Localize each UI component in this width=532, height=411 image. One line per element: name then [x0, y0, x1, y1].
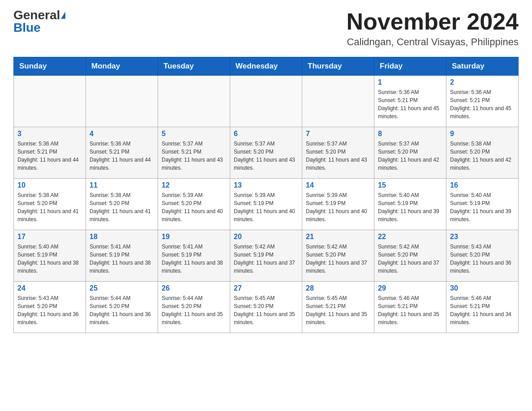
day-number: 20	[234, 233, 298, 241]
calendar-header-row: SundayMondayTuesdayWednesdayThursdayFrid…	[14, 57, 519, 76]
day-number: 9	[450, 130, 515, 138]
day-number: 7	[306, 130, 370, 138]
calendar-cell: 15Sunrise: 5:40 AM Sunset: 5:19 PM Dayli…	[374, 179, 446, 230]
day-info: Sunrise: 5:44 AM Sunset: 5:20 PM Dayligh…	[162, 294, 226, 326]
calendar-cell: 26Sunrise: 5:44 AM Sunset: 5:20 PM Dayli…	[158, 282, 230, 333]
day-number: 13	[234, 181, 298, 189]
day-info: Sunrise: 5:36 AM Sunset: 5:21 PM Dayligh…	[450, 88, 515, 120]
day-info: Sunrise: 5:42 AM Sunset: 5:20 PM Dayligh…	[306, 243, 370, 275]
day-number: 16	[450, 181, 515, 189]
day-info: Sunrise: 5:37 AM Sunset: 5:20 PM Dayligh…	[378, 140, 442, 172]
calendar-cell: 30Sunrise: 5:46 AM Sunset: 5:21 PM Dayli…	[446, 282, 519, 333]
calendar-cell: 17Sunrise: 5:40 AM Sunset: 5:19 PM Dayli…	[14, 230, 86, 282]
calendar-cell: 5Sunrise: 5:37 AM Sunset: 5:21 PM Daylig…	[158, 127, 230, 179]
calendar-cell	[86, 76, 158, 127]
calendar-week-row: 3Sunrise: 5:36 AM Sunset: 5:21 PM Daylig…	[14, 127, 519, 179]
calendar-cell	[230, 76, 302, 127]
weekday-header-thursday: Thursday	[302, 57, 374, 76]
day-number: 24	[17, 284, 82, 292]
day-number: 12	[162, 181, 226, 189]
day-number: 21	[306, 233, 370, 241]
calendar-cell: 3Sunrise: 5:36 AM Sunset: 5:21 PM Daylig…	[14, 127, 86, 179]
day-info: Sunrise: 5:40 AM Sunset: 5:19 PM Dayligh…	[17, 243, 82, 275]
logo-blue-text: Blue	[13, 21, 41, 34]
day-number: 15	[378, 181, 442, 189]
calendar-cell: 11Sunrise: 5:38 AM Sunset: 5:20 PM Dayli…	[86, 179, 158, 230]
day-number: 5	[162, 130, 226, 138]
day-info: Sunrise: 5:39 AM Sunset: 5:19 PM Dayligh…	[234, 191, 298, 223]
weekday-header-friday: Friday	[374, 57, 446, 76]
day-number: 6	[234, 130, 298, 138]
day-info: Sunrise: 5:38 AM Sunset: 5:20 PM Dayligh…	[450, 140, 515, 172]
day-info: Sunrise: 5:40 AM Sunset: 5:19 PM Dayligh…	[378, 191, 442, 223]
day-number: 2	[450, 78, 515, 86]
calendar-cell: 12Sunrise: 5:39 AM Sunset: 5:20 PM Dayli…	[158, 179, 230, 230]
day-number: 8	[378, 130, 442, 138]
day-info: Sunrise: 5:42 AM Sunset: 5:20 PM Dayligh…	[378, 243, 442, 275]
calendar-cell	[302, 76, 374, 127]
logo-general-text: General	[13, 9, 60, 21]
weekday-header-tuesday: Tuesday	[158, 57, 230, 76]
location-text: Calidngan, Central Visayas, Philippines	[347, 36, 519, 48]
calendar-cell: 19Sunrise: 5:41 AM Sunset: 5:19 PM Dayli…	[158, 230, 230, 282]
day-info: Sunrise: 5:46 AM Sunset: 5:21 PM Dayligh…	[450, 294, 515, 326]
calendar-week-row: 1Sunrise: 5:36 AM Sunset: 5:21 PM Daylig…	[14, 76, 519, 127]
day-number: 22	[378, 233, 442, 241]
day-number: 4	[90, 130, 154, 138]
day-number: 10	[17, 181, 82, 189]
day-info: Sunrise: 5:43 AM Sunset: 5:20 PM Dayligh…	[450, 243, 515, 275]
day-info: Sunrise: 5:39 AM Sunset: 5:19 PM Dayligh…	[306, 191, 370, 223]
title-section: November 2024 Calidngan, Central Visayas…	[347, 9, 519, 48]
day-info: Sunrise: 5:38 AM Sunset: 5:20 PM Dayligh…	[90, 191, 154, 223]
day-number: 1	[378, 78, 442, 86]
day-info: Sunrise: 5:44 AM Sunset: 5:20 PM Dayligh…	[90, 294, 154, 326]
day-number: 27	[234, 284, 298, 292]
day-info: Sunrise: 5:43 AM Sunset: 5:20 PM Dayligh…	[17, 294, 82, 326]
logo: General Blue	[13, 9, 65, 34]
day-info: Sunrise: 5:41 AM Sunset: 5:19 PM Dayligh…	[90, 243, 154, 275]
day-number: 23	[450, 233, 515, 241]
calendar-cell: 21Sunrise: 5:42 AM Sunset: 5:20 PM Dayli…	[302, 230, 374, 282]
weekday-header-saturday: Saturday	[446, 57, 519, 76]
weekday-header-wednesday: Wednesday	[230, 57, 302, 76]
calendar-cell: 27Sunrise: 5:45 AM Sunset: 5:20 PM Dayli…	[230, 282, 302, 333]
day-info: Sunrise: 5:45 AM Sunset: 5:21 PM Dayligh…	[306, 294, 370, 326]
month-title: November 2024	[347, 9, 519, 34]
calendar-cell: 16Sunrise: 5:40 AM Sunset: 5:19 PM Dayli…	[446, 179, 519, 230]
calendar-cell: 2Sunrise: 5:36 AM Sunset: 5:21 PM Daylig…	[446, 76, 519, 127]
day-info: Sunrise: 5:37 AM Sunset: 5:20 PM Dayligh…	[306, 140, 370, 172]
calendar-cell: 10Sunrise: 5:38 AM Sunset: 5:20 PM Dayli…	[14, 179, 86, 230]
day-info: Sunrise: 5:36 AM Sunset: 5:21 PM Dayligh…	[378, 88, 442, 120]
calendar-cell	[14, 76, 86, 127]
calendar-cell: 25Sunrise: 5:44 AM Sunset: 5:20 PM Dayli…	[86, 282, 158, 333]
day-number: 11	[90, 181, 154, 189]
calendar-cell	[158, 76, 230, 127]
day-info: Sunrise: 5:46 AM Sunset: 5:21 PM Dayligh…	[378, 294, 442, 326]
day-info: Sunrise: 5:42 AM Sunset: 5:19 PM Dayligh…	[234, 243, 298, 275]
day-number: 28	[306, 284, 370, 292]
logo-triangle-icon	[61, 12, 65, 19]
calendar-cell: 13Sunrise: 5:39 AM Sunset: 5:19 PM Dayli…	[230, 179, 302, 230]
day-number: 19	[162, 233, 226, 241]
day-number: 3	[17, 130, 82, 138]
calendar-week-row: 17Sunrise: 5:40 AM Sunset: 5:19 PM Dayli…	[14, 230, 519, 282]
calendar-week-row: 24Sunrise: 5:43 AM Sunset: 5:20 PM Dayli…	[14, 282, 519, 333]
calendar-cell: 23Sunrise: 5:43 AM Sunset: 5:20 PM Dayli…	[446, 230, 519, 282]
calendar-cell: 18Sunrise: 5:41 AM Sunset: 5:19 PM Dayli…	[86, 230, 158, 282]
calendar-cell: 20Sunrise: 5:42 AM Sunset: 5:19 PM Dayli…	[230, 230, 302, 282]
day-number: 25	[90, 284, 154, 292]
calendar-cell: 24Sunrise: 5:43 AM Sunset: 5:20 PM Dayli…	[14, 282, 86, 333]
day-info: Sunrise: 5:37 AM Sunset: 5:20 PM Dayligh…	[234, 140, 298, 172]
day-info: Sunrise: 5:39 AM Sunset: 5:20 PM Dayligh…	[162, 191, 226, 223]
calendar-table: SundayMondayTuesdayWednesdayThursdayFrid…	[13, 57, 519, 333]
calendar-cell: 9Sunrise: 5:38 AM Sunset: 5:20 PM Daylig…	[446, 127, 519, 179]
day-info: Sunrise: 5:40 AM Sunset: 5:19 PM Dayligh…	[450, 191, 515, 223]
day-info: Sunrise: 5:38 AM Sunset: 5:20 PM Dayligh…	[17, 191, 82, 223]
day-number: 26	[162, 284, 226, 292]
day-number: 14	[306, 181, 370, 189]
calendar-cell: 8Sunrise: 5:37 AM Sunset: 5:20 PM Daylig…	[374, 127, 446, 179]
calendar-cell: 1Sunrise: 5:36 AM Sunset: 5:21 PM Daylig…	[374, 76, 446, 127]
day-info: Sunrise: 5:37 AM Sunset: 5:21 PM Dayligh…	[162, 140, 226, 172]
calendar-cell: 14Sunrise: 5:39 AM Sunset: 5:19 PM Dayli…	[302, 179, 374, 230]
calendar-cell: 29Sunrise: 5:46 AM Sunset: 5:21 PM Dayli…	[374, 282, 446, 333]
